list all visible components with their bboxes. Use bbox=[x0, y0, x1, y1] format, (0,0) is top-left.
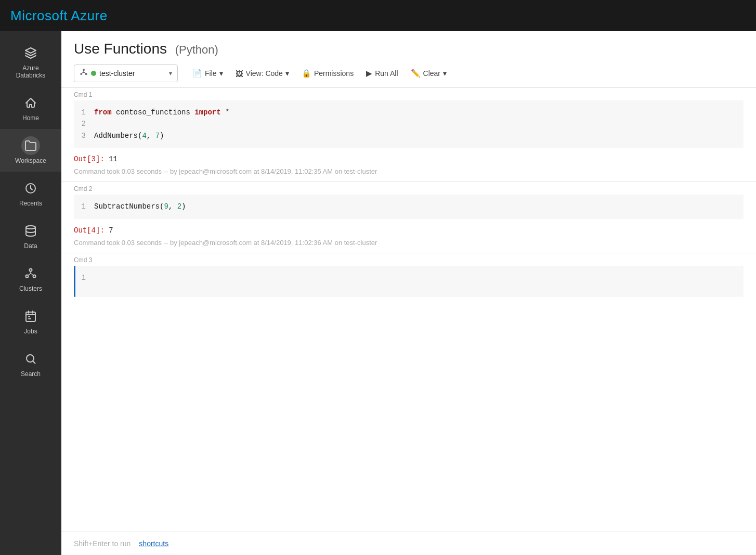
main-layout: AzureDatabricks Home Workspace bbox=[0, 31, 756, 555]
data-icon bbox=[21, 222, 40, 240]
top-bar: Microsoft Azure bbox=[0, 0, 756, 31]
sidebar-label-jobs: Jobs bbox=[24, 328, 37, 335]
view-icon: 🖼 bbox=[236, 69, 243, 78]
cell-3-line-numbers: 1 bbox=[75, 272, 94, 291]
content-area: Use Functions (Python) test-cluster ▾ bbox=[61, 31, 756, 555]
sidebar-label-azure-databricks: AzureDatabricks bbox=[16, 64, 46, 79]
permissions-button[interactable]: 🔒 Permissions bbox=[295, 66, 360, 81]
cell-1-output-value: 11 bbox=[105, 155, 118, 163]
cell-2-timing: Command took 0.03 seconds -- by jepeach@… bbox=[61, 239, 756, 253]
cell-1-container: Cmd 1 1 2 3 from contoso_functions impor… bbox=[61, 87, 756, 182]
cell-2-output-value: 7 bbox=[105, 226, 113, 235]
sidebar-label-data: Data bbox=[24, 242, 37, 250]
sidebar-item-jobs[interactable]: Jobs bbox=[0, 300, 61, 342]
notebook-title-main: Use Functions bbox=[74, 41, 167, 57]
sidebar-item-search[interactable]: Search bbox=[0, 342, 61, 385]
view-button[interactable]: 🖼 View: Code ▾ bbox=[229, 66, 295, 81]
cell-1-line-numbers: 1 2 3 bbox=[75, 107, 94, 141]
clear-label: Clear bbox=[423, 69, 440, 78]
svg-rect-5 bbox=[26, 312, 35, 321]
permissions-label: Permissions bbox=[314, 69, 354, 78]
cell-1-code-content: from contoso_functions import * AddNumbe… bbox=[94, 107, 737, 141]
jobs-icon bbox=[21, 307, 40, 326]
search-icon bbox=[21, 350, 40, 368]
cluster-status-dot bbox=[91, 71, 96, 76]
cluster-name: test-cluster bbox=[99, 69, 169, 78]
notebook-header: Use Functions (Python) test-cluster ▾ bbox=[61, 31, 756, 87]
cell-2-output: Out[4]: 7 bbox=[61, 219, 756, 239]
cell-2-line-numbers: 1 bbox=[75, 201, 94, 212]
cell-3-code[interactable]: 1 bbox=[74, 266, 744, 297]
sidebar-item-home[interactable]: Home bbox=[0, 86, 61, 129]
sidebar-item-data[interactable]: Data bbox=[0, 214, 61, 257]
cell-2-code[interactable]: 1 SubtractNumbers(9, 2) bbox=[74, 195, 744, 218]
cell-2-container: Cmd 2 1 SubtractNumbers(9, 2) Out[4]: 7 … bbox=[61, 182, 756, 252]
layers-icon bbox=[21, 44, 40, 62]
run-all-label: Run All bbox=[375, 69, 398, 78]
cell-1-timing: Command took 0.03 seconds -- by jepeach@… bbox=[61, 167, 756, 182]
file-icon: 📄 bbox=[192, 69, 202, 78]
sidebar-label-search: Search bbox=[21, 370, 41, 378]
cell-3-code-content bbox=[94, 272, 737, 291]
file-label: File bbox=[205, 69, 217, 78]
clear-button[interactable]: ✏️ Clear ▾ bbox=[405, 66, 453, 81]
svg-point-8 bbox=[81, 73, 82, 75]
cell-1-code[interactable]: 1 2 3 from contoso_functions import * Ad… bbox=[74, 100, 744, 148]
sidebar-item-clusters[interactable]: Clusters bbox=[0, 257, 61, 300]
cell-2-label: Cmd 2 bbox=[61, 182, 756, 195]
run-all-button[interactable]: ▶ Run All bbox=[360, 66, 404, 81]
cell-3-container: Cmd 3 1 bbox=[61, 253, 756, 297]
svg-point-7 bbox=[83, 69, 85, 71]
toolbar: test-cluster ▾ 📄 File ▾ 🖼 View: Code ▾ bbox=[74, 64, 744, 87]
clusters-icon bbox=[21, 264, 40, 283]
sidebar-item-workspace[interactable]: Workspace bbox=[0, 129, 61, 172]
cluster-tree-icon bbox=[80, 68, 88, 79]
view-label: View: Code bbox=[246, 69, 283, 78]
sidebar-item-recents[interactable]: Recents bbox=[0, 172, 61, 214]
sidebar-item-azure-databricks[interactable]: AzureDatabricks bbox=[0, 36, 61, 86]
home-icon bbox=[21, 94, 40, 112]
sidebar-label-recents: Recents bbox=[19, 200, 42, 207]
view-chevron-icon: ▾ bbox=[285, 69, 289, 78]
notebook-title-sub: (Python) bbox=[175, 43, 218, 56]
clock-icon bbox=[21, 179, 40, 198]
cell-1-output: Out[3]: 11 bbox=[61, 148, 756, 167]
lock-icon: 🔒 bbox=[302, 69, 311, 78]
sidebar-label-workspace: Workspace bbox=[15, 157, 46, 164]
clear-chevron-icon: ▾ bbox=[443, 69, 447, 78]
cell-2-output-label: Out[4]: bbox=[74, 226, 105, 235]
clear-icon: ✏️ bbox=[411, 69, 421, 78]
sidebar-label-home: Home bbox=[22, 114, 39, 122]
svg-point-2 bbox=[30, 269, 32, 272]
cluster-selector[interactable]: test-cluster ▾ bbox=[74, 64, 178, 82]
file-button[interactable]: 📄 File ▾ bbox=[186, 66, 229, 81]
notebook-title: Use Functions (Python) bbox=[74, 41, 744, 57]
run-all-icon: ▶ bbox=[366, 69, 372, 78]
app-title: Microsoft Azure bbox=[10, 8, 108, 24]
shortcuts-link[interactable]: shortcuts bbox=[139, 539, 168, 548]
folder-icon bbox=[21, 136, 40, 155]
cell-1-label: Cmd 1 bbox=[61, 88, 756, 100]
file-chevron-icon: ▾ bbox=[219, 69, 223, 78]
sidebar-label-clusters: Clusters bbox=[19, 285, 42, 292]
sidebar: AzureDatabricks Home Workspace bbox=[0, 31, 61, 555]
cell-1-output-label: Out[3]: bbox=[74, 155, 105, 163]
svg-point-9 bbox=[85, 73, 87, 75]
notebook-body: Cmd 1 1 2 3 from contoso_functions impor… bbox=[61, 87, 756, 532]
svg-point-1 bbox=[26, 226, 35, 229]
bottom-bar: Shift+Enter to run shortcuts bbox=[61, 532, 756, 555]
cell-3-label: Cmd 3 bbox=[61, 253, 756, 266]
bottom-hint: Shift+Enter to run bbox=[74, 539, 131, 548]
cell-2-code-content: SubtractNumbers(9, 2) bbox=[94, 201, 737, 212]
cluster-chevron-icon: ▾ bbox=[169, 70, 172, 77]
